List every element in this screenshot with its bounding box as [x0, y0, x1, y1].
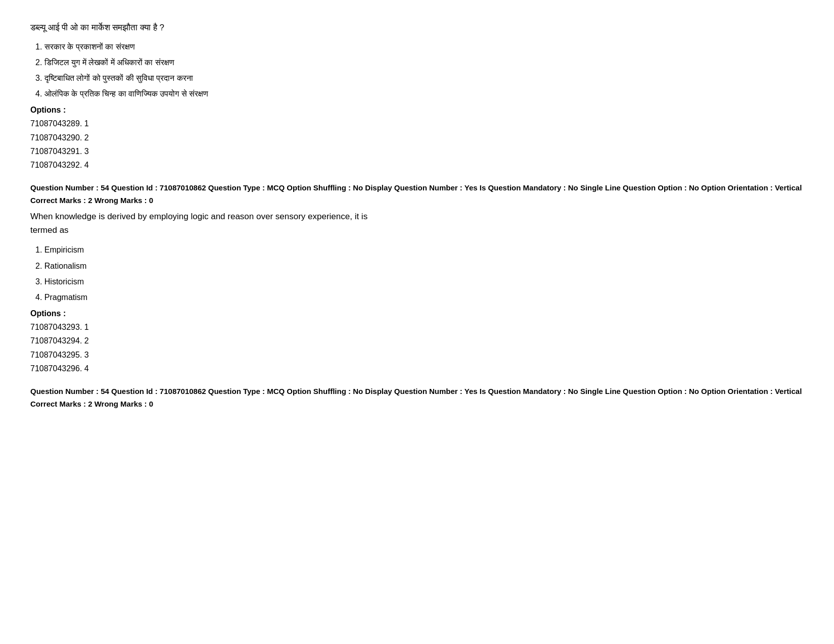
- question-54a-meta: Question Number : 54 Question Id : 71087…: [30, 182, 804, 194]
- list-item: 71087043292. 4: [30, 158, 804, 172]
- question-54b-meta: Question Number : 54 Question Id : 71087…: [30, 385, 804, 398]
- list-item: 71087043290. 2: [30, 131, 804, 144]
- question-54b-correct-marks: Correct Marks : 2 Wrong Marks : 0: [30, 400, 804, 408]
- list-item: 3. Historicism: [35, 275, 804, 288]
- question-53-section: डब्ल्यू आई पी ओ का मार्केश समझौता क्या ह…: [30, 20, 804, 172]
- list-item: 71087043293. 1: [30, 320, 804, 334]
- list-item: 4. Pragmatism: [35, 290, 804, 304]
- question-54a-correct-marks: Correct Marks : 2 Wrong Marks : 0: [30, 196, 804, 205]
- list-item: 2. Rationalism: [35, 259, 804, 273]
- question-54a-options-label: Options :: [30, 309, 804, 318]
- list-item: 71087043291. 3: [30, 144, 804, 158]
- question-54a-section: Question Number : 54 Question Id : 71087…: [30, 182, 804, 375]
- list-item: 2. डिजिटल युग में लेखकों में अधिकारों का…: [35, 56, 804, 69]
- list-item: 71087043289. 1: [30, 117, 804, 130]
- list-item: 71087043296. 4: [30, 362, 804, 375]
- question-53-options-label: Options :: [30, 106, 804, 115]
- list-item: 71087043294. 2: [30, 334, 804, 348]
- list-item: 71087043295. 3: [30, 348, 804, 362]
- question-53-option-values: 71087043289. 171087043290. 271087043291.…: [30, 117, 804, 172]
- list-item: 1. सरकार के प्रकाशनों का संरक्षण: [35, 40, 804, 54]
- question-54b-section: Question Number : 54 Question Id : 71087…: [30, 385, 804, 408]
- question-54a-text-line1: When knowledge is derived by employing l…: [30, 210, 804, 237]
- question-54a-option-values: 71087043293. 171087043294. 271087043295.…: [30, 320, 804, 375]
- question-53-text: डब्ल्यू आई पी ओ का मार्केश समझौता क्या ह…: [30, 20, 804, 36]
- list-item: 3. दृष्टिबाधित लोगों को पुस्तकों की सुवि…: [35, 71, 804, 85]
- list-item: 4. ओलंपिक के प्रतिक चिन्ह का वाणिज्यिक उ…: [35, 87, 804, 101]
- question-53-options-list: 1. सरकार के प्रकाशनों का संरक्षण2. डिजिट…: [35, 40, 804, 101]
- question-54a-options-list: 1. Empiricism2. Rationalism3. Historicis…: [35, 243, 804, 304]
- list-item: 1. Empiricism: [35, 243, 804, 257]
